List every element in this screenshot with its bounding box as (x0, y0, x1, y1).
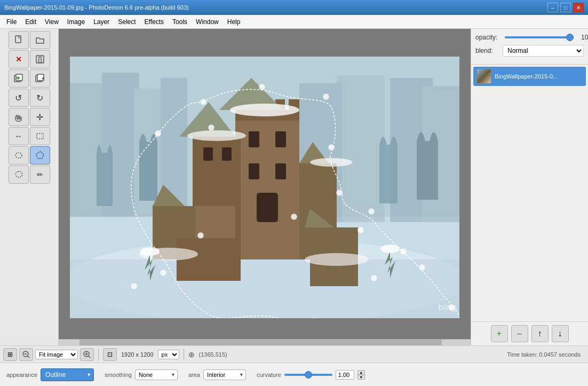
tool-row-3 (9, 69, 50, 88)
smoothing-dropdown[interactable]: None Low Medium High (135, 369, 178, 380)
svg-rect-2 (38, 56, 42, 58)
svg-point-68 (371, 275, 377, 281)
fit-canvas-button[interactable]: ⊞ (3, 348, 17, 361)
svg-point-72 (161, 270, 166, 275)
right-panel: opacity: 100 ▲ ▼ blend: Normal Multiply … (471, 29, 588, 345)
area-group: area Interior Exterior Both (188, 369, 246, 380)
smoothing-label: smoothing (105, 372, 132, 378)
layer-item[interactable]: BingWallpaper-2015-0... (473, 67, 586, 86)
svg-rect-40 (203, 147, 213, 161)
rect-select-button[interactable] (30, 127, 50, 145)
menu-file[interactable]: File (2, 17, 21, 27)
svg-rect-33 (275, 131, 286, 147)
move-layer-down-button[interactable]: ↓ (552, 325, 569, 342)
svg-point-9 (15, 153, 22, 158)
svg-point-56 (380, 245, 400, 253)
blend-mode-select[interactable]: Normal Multiply Screen Overlay Darken Li… (503, 45, 584, 57)
svg-point-55 (140, 247, 160, 256)
main-area: ✕ ↺ ↻ ✛ (0, 29, 588, 345)
tool-row-7 (9, 146, 50, 164)
redo-button[interactable]: ↻ (30, 89, 50, 107)
smoothing-dropdown-wrap: None Low Medium High (135, 369, 178, 380)
coords-icon: ⊕ (188, 350, 195, 359)
appearance-dropdown[interactable]: Outline Fill Fill + Outline (41, 368, 94, 381)
curvature-decrement[interactable]: ▼ (357, 375, 365, 380)
menu-select[interactable]: Select (114, 17, 140, 27)
menu-window[interactable]: Window (192, 17, 223, 27)
menu-tools[interactable]: Tools (168, 17, 192, 27)
close-file-button[interactable]: ✕ (9, 50, 29, 68)
menu-help[interactable]: Help (223, 17, 245, 27)
blend-row: blend: Normal Multiply Screen Overlay Da… (475, 45, 584, 57)
page-icon-button[interactable]: ⊡ (103, 348, 117, 361)
close-button[interactable]: ✕ (573, 3, 584, 12)
maximize-button[interactable]: □ (560, 3, 571, 12)
svg-point-63 (369, 209, 374, 214)
svg-rect-41 (222, 147, 232, 161)
svg-line-79 (28, 356, 30, 358)
polygon-select-button[interactable] (30, 146, 50, 164)
canvas-area[interactable]: bing (59, 29, 471, 345)
svg-point-54 (305, 253, 369, 266)
svg-point-69 (358, 227, 363, 233)
tool-row-6: ↔ (9, 127, 50, 145)
minimize-button[interactable]: – (547, 3, 558, 12)
curvature-value-input[interactable] (336, 370, 354, 380)
title-controls: – □ ✕ (547, 3, 584, 12)
menu-effects[interactable]: Effects (140, 17, 168, 27)
zoom-in-button[interactable] (80, 348, 94, 361)
pencil-button[interactable]: ✏ (30, 166, 50, 184)
move-tool-button[interactable]: ✛ (30, 108, 50, 126)
menu-layer[interactable]: Layer (89, 17, 114, 27)
image-dimensions: 1920 x 1200 (119, 351, 156, 358)
svg-point-71 (198, 233, 203, 238)
ellipse-select-button[interactable] (9, 146, 29, 164)
menu-view[interactable]: View (41, 17, 63, 27)
appearance-label: appearance (6, 372, 37, 378)
svg-rect-35 (275, 163, 286, 179)
svg-point-61 (329, 145, 334, 150)
lasso-button[interactable] (9, 166, 29, 184)
hand-tool-button[interactable] (9, 108, 29, 126)
canvas-container: bing (70, 57, 459, 318)
layers-controls: opacity: 100 ▲ ▼ blend: Normal Multiply … (471, 29, 588, 65)
h-scrollbar[interactable] (59, 339, 471, 345)
h-scrollbar-thumb (80, 340, 442, 345)
area-dropdown[interactable]: Interior Exterior Both (203, 369, 246, 380)
options-bar: appearance Outline Fill Fill + Outline ▼… (0, 363, 588, 386)
add-layer-button[interactable]: + (491, 325, 508, 342)
svg-point-60 (323, 94, 329, 99)
move-layer-up-button[interactable]: ↑ (531, 325, 549, 342)
layers-list: BingWallpaper-2015-0... (471, 65, 588, 321)
tool-row-5: ✛ (9, 108, 50, 126)
svg-marker-10 (36, 152, 44, 159)
tool-row-2: ✕ (9, 50, 50, 68)
menu-edit[interactable]: Edit (21, 17, 41, 27)
undo-button[interactable]: ↺ (9, 89, 29, 107)
svg-point-75 (155, 131, 161, 136)
svg-point-65 (419, 265, 425, 270)
zoom-dropdown[interactable]: Fit image 25% 50% 75% 100% 150% 200% (35, 350, 78, 359)
opacity-slider[interactable] (505, 36, 574, 38)
opacity-value: 100 (579, 34, 588, 41)
left-toolbar: ✕ ↺ ↻ ✛ (0, 29, 59, 345)
zoom-select-wrap: Fit image 25% 50% 75% 100% 150% 200% (35, 350, 78, 359)
svg-point-50 (230, 104, 299, 116)
svg-point-59 (259, 84, 265, 90)
svg-rect-22 (70, 259, 459, 318)
layer-thumbnail (476, 69, 491, 84)
unit-dropdown[interactable]: px cm in mm (158, 350, 179, 359)
curvature-increment[interactable]: ▲ (357, 370, 365, 375)
zoom-out-button[interactable] (19, 348, 33, 361)
transform-tool-button[interactable]: ↔ (9, 127, 29, 145)
delete-layer-button[interactable]: – (511, 325, 528, 342)
new-file-button[interactable] (9, 31, 29, 49)
export-button[interactable] (30, 69, 50, 88)
curvature-slider[interactable] (284, 374, 332, 376)
svg-point-51 (187, 130, 246, 141)
save-button[interactable] (30, 50, 50, 68)
menu-image[interactable]: Image (63, 17, 89, 27)
open-file-button[interactable] (30, 31, 50, 49)
save-copy-button[interactable] (9, 69, 29, 88)
svg-rect-0 (15, 36, 21, 43)
